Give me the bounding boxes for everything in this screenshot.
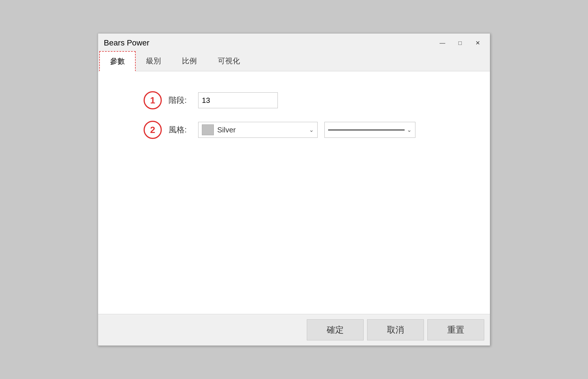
tabs-bar: 參數 級別 比例 可視化 [98, 51, 490, 71]
window-title: Bears Power [104, 38, 149, 47]
line-style-dropdown[interactable]: ⌄ [324, 122, 415, 138]
line-style-preview [328, 130, 405, 130]
color-select-text: Silver [217, 126, 306, 134]
line-style-chevron-icon: ⌄ [407, 126, 412, 133]
param-badge-2: 2 [144, 121, 162, 139]
param-row-1: 1 階段: [144, 91, 479, 109]
close-button[interactable]: ✕ [470, 38, 485, 48]
window-controls: — □ ✕ [435, 38, 485, 48]
tab-scale[interactable]: 比例 [171, 51, 207, 71]
param-label-1: 階段: [169, 95, 191, 106]
tab-visual[interactable]: 可視化 [207, 51, 250, 71]
reset-button[interactable]: 重置 [427, 319, 484, 340]
main-window: Bears Power — □ ✕ 參數 級別 比例 可視化 [98, 33, 490, 346]
content-area: 1 階段: 2 風格: Silver ⌄ ⌄ [98, 71, 490, 314]
color-swatch [202, 124, 214, 135]
color-select-chevron-icon: ⌄ [309, 126, 314, 133]
color-select-dropdown[interactable]: Silver ⌄ [198, 122, 318, 138]
param-row-2: 2 風格: Silver ⌄ ⌄ [144, 121, 479, 139]
param-input-period[interactable] [198, 92, 278, 108]
maximize-button[interactable]: □ [452, 38, 468, 48]
ok-button[interactable]: 確定 [307, 319, 364, 340]
title-bar: Bears Power — □ ✕ [98, 34, 490, 51]
minimize-button[interactable]: — [435, 38, 450, 48]
tab-params[interactable]: 參數 [99, 51, 136, 71]
cancel-button[interactable]: 取消 [367, 319, 424, 340]
footer: 確定 取消 重置 [98, 314, 490, 345]
params-grid: 1 階段: 2 風格: Silver ⌄ ⌄ [144, 91, 479, 139]
param-badge-1: 1 [144, 91, 162, 109]
param-label-2: 風格: [169, 124, 191, 135]
tab-level[interactable]: 級別 [136, 51, 171, 71]
